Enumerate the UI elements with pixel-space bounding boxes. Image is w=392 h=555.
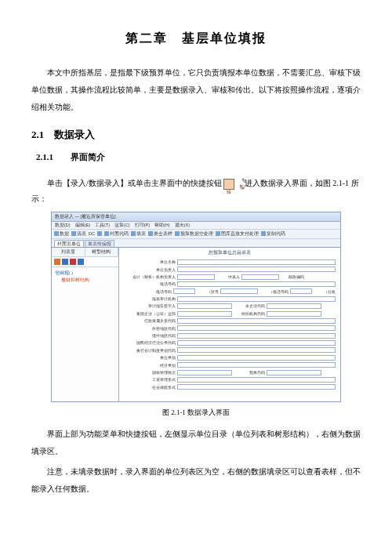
intro-paragraph: 本文中所指基层，是指最下级预算单位，它只负责填报本单位数据，不需要汇总、审核下级… (31, 64, 361, 116)
fld-audit-org[interactable] (177, 296, 336, 302)
left-pane: 列表显 树型结构 登财报( ) 最财和树结构 (52, 248, 119, 401)
lbl-admin-code: 行政隶属关系代码 (124, 317, 176, 324)
tab-cover-unit[interactable]: 封面页单位 (54, 240, 84, 247)
left-tab-list[interactable]: 列表显 (52, 248, 85, 256)
tb-clear[interactable]: 清表 (71, 230, 86, 238)
fld-phone1[interactable] (177, 281, 336, 287)
lbl-audit-signer: 审计报告签字人 (124, 303, 176, 309)
db-icon (54, 231, 59, 236)
fld-wage-mgmt[interactable] (177, 377, 336, 383)
figure-caption: 图 2.1-1 数据录入界面 (31, 407, 361, 418)
fld-acct-sys-code[interactable] (177, 347, 336, 353)
fld-unit-name[interactable] (177, 259, 336, 265)
edit-icon: 编辑 (223, 179, 234, 190)
fld-admin-code[interactable] (177, 318, 336, 324)
menu-exit[interactable]: 退出(X) (175, 222, 190, 229)
left-icon-2[interactable] (62, 259, 68, 265)
fld-filler[interactable] (241, 274, 279, 280)
window-titlebar: 数据录入 — [最近所保管单位] (52, 212, 340, 222)
lbl-phone1: 电话号码 (124, 281, 176, 287)
form-pane: 您预算单位总目录表 单位名称 单位负责人 会计（财务）机构负责人 填表人 邮政编… (119, 248, 340, 401)
left-icon-1[interactable] (54, 259, 60, 265)
fld-overseas-code[interactable] (177, 333, 336, 339)
fld-unit-type[interactable] (177, 355, 336, 361)
fld-areacode[interactable] (173, 288, 195, 294)
menu-bar[interactable]: 数据(D) 编辑(E) 工具(T) 运算(C) 打印(P) 帮助(H) 退出(X… (52, 222, 340, 230)
lbl-industry-code: 国民经济行业分类代码 (124, 339, 176, 346)
fld-ent-code[interactable] (267, 303, 321, 309)
section-2-1-heading: 2.1 数据录入 (31, 127, 361, 143)
form-banner: 您预算单位总目录表 (119, 248, 340, 258)
fld-ext[interactable] (290, 288, 312, 294)
fld-telno[interactable] (220, 288, 258, 294)
data-form: 单位名称 单位负责人 会计（财务）机构负责人 填表人 邮政编码 电话号码 电话号… (119, 258, 340, 393)
tb-all-style[interactable]: 类全表样 (148, 230, 172, 238)
lbl-unit-type: 单位类别 (124, 354, 176, 361)
lbl-acct-head: 会计（财务）机构负责人 (124, 274, 176, 280)
lbl-audit-org: 报表审计机构 (124, 296, 176, 302)
tb-dc[interactable]: DC (89, 230, 95, 238)
lbl-acct-sys-code: 执行会计制度类别代码 (124, 347, 176, 354)
lbl-org-code: 组织机构代码 (234, 310, 265, 317)
tb-fill[interactable]: 填表 (131, 230, 146, 238)
menu-help[interactable]: 帮助(H) (154, 222, 170, 229)
menu-tools[interactable]: 工具(T) (95, 222, 110, 229)
copy-icon (261, 231, 266, 236)
lbl-overseas-code: 境外地区代码 (124, 332, 176, 339)
tree-root[interactable]: 登财报( ) (55, 270, 115, 277)
fld-unit-head[interactable] (177, 267, 336, 272)
fld-org-code[interactable] (267, 311, 321, 317)
lbl-ent-code: 本企业代码 (234, 303, 265, 309)
fld-group-hq[interactable] (177, 311, 232, 317)
instruction-pre: 单击【录入/数据录入】或单击主界面中的快捷按钮 (47, 179, 222, 187)
tree-sub[interactable]: 最财和树结构 (55, 277, 115, 284)
fld-social-ins[interactable] (177, 384, 336, 390)
lbl-unit-head: 单位负责人 (124, 267, 176, 273)
description-2: 注意，未填录数据时，录入界面的单位列表区为空，右侧的数据填录区可以查看表样，但不… (31, 463, 361, 498)
tb-treasury[interactable]: 国库直接支付处理 (216, 230, 259, 238)
screenshot-figure: 数据录入 — [最近所保管单位] 数据(D) 编辑(E) 工具(T) 运算(C)… (51, 212, 341, 402)
window-title: 数据录入 — [最近所保管单位] (55, 213, 116, 220)
lbl-social-ins: 社会保险形式 (124, 384, 176, 390)
menu-calc[interactable]: 运算(C) (114, 222, 130, 229)
lbl-ext: （分机 (314, 288, 336, 295)
tab-single-report[interactable]: 单表性编报 (85, 240, 114, 247)
fld-econ-type[interactable] (177, 362, 336, 368)
fill-icon (131, 231, 136, 236)
lbl-group-hq: 集团企业（公司）总部 (124, 310, 176, 317)
fld-acct-head[interactable] (177, 274, 215, 280)
fld-industry-code[interactable] (177, 340, 336, 346)
lbl-econ-type: 经济类别 (124, 362, 176, 368)
treasury-icon (216, 231, 220, 236)
tb-copy-code[interactable]: 复制代码 (261, 230, 285, 238)
menu-print[interactable]: 打印(P) (135, 222, 150, 229)
lbl-region-code: 所在地区代码 (124, 325, 176, 332)
fld-region-code[interactable] (177, 325, 336, 331)
left-tab-tree[interactable]: 树型结构 (85, 248, 119, 256)
menu-data[interactable]: 数据(D) (55, 222, 71, 229)
lbl-filler: 填表人 (216, 274, 240, 280)
tb-budget-empty[interactable]: 预算数据空处理 (175, 230, 213, 238)
lbl-unit-name: 单位名称 (124, 259, 176, 265)
lbl-wage-mgmt: 工资管理形式 (124, 376, 176, 383)
fld-gb-level[interactable] (177, 370, 232, 375)
section-2-1-1-heading: 2.1.1 界面简介 (36, 151, 361, 165)
code-icon (104, 231, 109, 236)
unit-tree[interactable]: 登财报( ) 最财和树结构 (52, 267, 118, 286)
lbl-phone2: 电话号码 (124, 288, 172, 295)
description-1: 界面上部为功能菜单和快捷按钮，左侧显示单位目录（单位列表和树形结构），右侧为数据… (31, 426, 361, 460)
left-tool-icons (52, 257, 118, 267)
tb-cover-code[interactable]: 封面代码 (104, 230, 129, 238)
menu-edit[interactable]: 编辑(E) (75, 222, 90, 229)
tab-strip: 封面页单位 单表性编报 (52, 239, 340, 248)
tb-data[interactable]: 数据 (54, 230, 69, 238)
lbl-telno: （电话号码 (260, 288, 289, 295)
left-icon-3[interactable] (70, 259, 76, 265)
left-tabs: 列表显 树型结构 (52, 248, 118, 257)
toolbar: 数据 清表 DC 封面代码 填表 类全表样 预算数据空处理 国库直接支付处理 复… (52, 230, 340, 239)
fld-budget-code[interactable] (267, 370, 321, 375)
left-icon-4[interactable] (78, 259, 84, 265)
sep-icon (97, 231, 102, 236)
lbl-budget-code: 预算代码 (234, 369, 265, 375)
fld-audit-signer[interactable] (177, 303, 232, 309)
